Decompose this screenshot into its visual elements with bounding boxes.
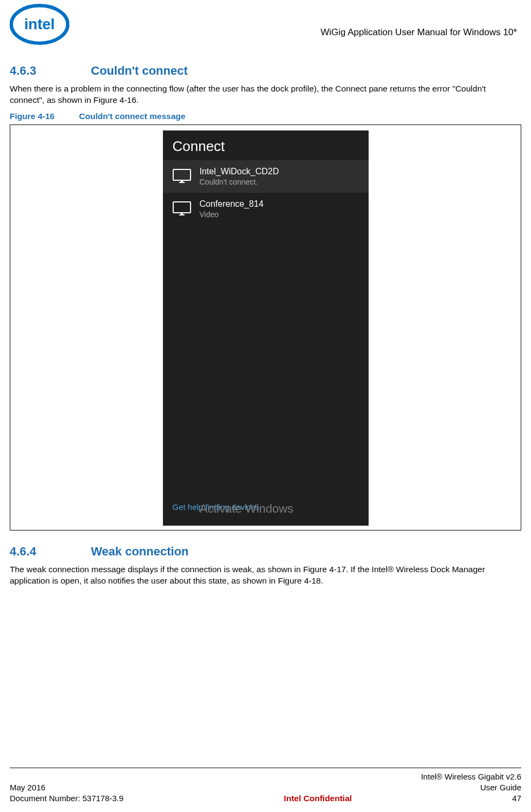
device-item-conference[interactable]: Conference_814 Video	[163, 193, 369, 225]
device-status: Couldn't connect.	[200, 178, 279, 186]
device-text: Intel_WiDock_CD2D Couldn't connect.	[200, 167, 279, 186]
doc-header-title: WiGig Application User Manual for Window…	[320, 27, 517, 38]
figure-4-16-caption: Figure 4-16 Couldn't connect message	[10, 112, 521, 121]
page-header: intel WiGig Application User Manual for …	[10, 0, 521, 50]
section-title: Weak connection	[91, 545, 189, 559]
footer-divider	[10, 768, 521, 768]
device-name: Conference_814	[200, 199, 264, 209]
device-status: Video	[200, 210, 264, 219]
footer-product: Intel® Wireless Gigabit v2.6	[421, 771, 521, 782]
section-4-6-4-heading: 4.6.4 Weak connection	[10, 545, 521, 559]
svg-rect-7	[181, 213, 183, 215]
monitor-icon	[173, 201, 191, 217]
svg-text:intel: intel	[24, 16, 55, 32]
footer-date: May 2016	[10, 782, 45, 793]
figure-title: Couldn't connect message	[79, 112, 186, 121]
svg-rect-2	[173, 169, 191, 180]
connect-pane: Connect Intel_WiDock_CD2D Couldn't conne…	[163, 130, 369, 526]
figure-number: Figure 4-16	[10, 112, 69, 121]
section-4-6-3-heading: 4.6.3 Couldn't connect	[10, 64, 521, 78]
svg-rect-5	[173, 202, 191, 213]
section-4-6-3-body: When there is a problem in the connectin…	[10, 83, 521, 106]
footer-confidential: Intel Confidential	[284, 793, 352, 804]
footer-docnum: Document Number: 537178-3.9	[10, 793, 123, 804]
footer-page-number: 47	[512, 793, 521, 804]
section-number: 4.6.4	[10, 545, 58, 559]
section-title: Couldn't connect	[91, 64, 188, 78]
svg-rect-4	[181, 180, 183, 182]
device-text: Conference_814 Video	[200, 199, 264, 219]
figure-4-16-frame: Connect Intel_WiDock_CD2D Couldn't conne…	[10, 125, 521, 531]
section-number: 4.6.3	[10, 64, 58, 78]
footer-doc-type: User Guide	[480, 782, 521, 793]
device-item-widock[interactable]: Intel_WiDock_CD2D Couldn't connect.	[163, 160, 369, 193]
activate-windows-watermark: Activate Windows	[200, 502, 294, 516]
page-footer: Intel® Wireless Gigabit v2.6 May 2016 Us…	[10, 768, 521, 804]
device-name: Intel_WiDock_CD2D	[200, 167, 279, 176]
section-4-6-4-body: The weak connection message displays if …	[10, 564, 521, 587]
intel-logo: intel	[10, 3, 69, 45]
connect-pane-title: Connect	[163, 130, 369, 160]
monitor-icon	[173, 169, 191, 184]
